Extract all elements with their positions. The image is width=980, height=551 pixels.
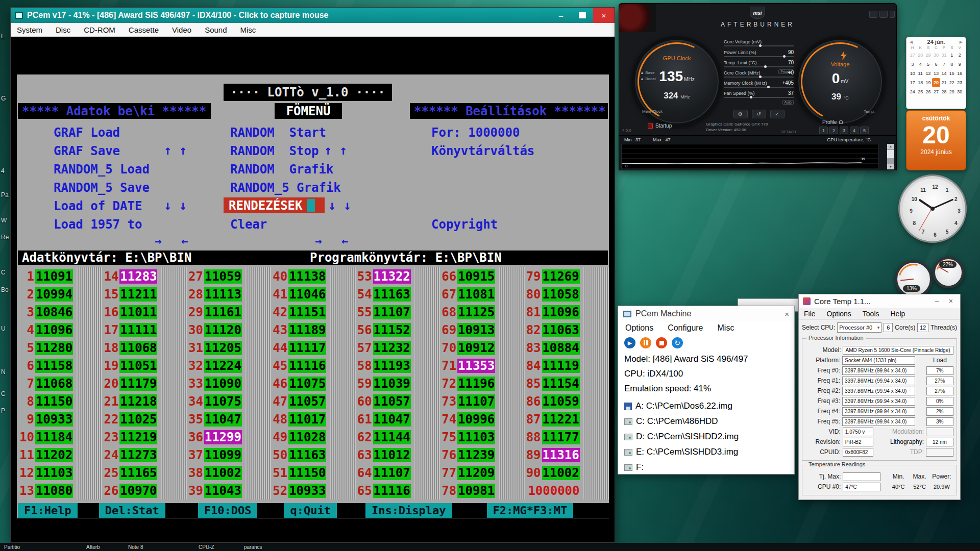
- calendar-day-cell[interactable]: 17: [909, 78, 916, 87]
- lotto-menu-item[interactable]: RANDOM_5 Load: [54, 160, 150, 179]
- calendar-day-cell[interactable]: 11: [916, 69, 924, 78]
- ab-slider[interactable]: [724, 87, 794, 88]
- calendar-day-cell[interactable]: 12: [924, 69, 932, 78]
- lotto-selected-item[interactable]: RENDEZÉSEK: [224, 197, 325, 213]
- desktop-icon-label[interactable]: U: [1, 325, 11, 332]
- close-icon[interactable]: ×: [785, 310, 789, 318]
- minimize-icon[interactable]: –: [932, 297, 942, 305]
- desktop-icon-label[interactable]: Re: [1, 234, 11, 241]
- ab-slider[interactable]: [724, 77, 794, 78]
- calendar-day-cell[interactable]: 30: [932, 51, 940, 60]
- ab-close-icon[interactable]: [890, 11, 895, 18]
- calendar-day-cell[interactable]: 14: [940, 69, 948, 78]
- desktop-icon-label[interactable]: C: [1, 390, 11, 397]
- lotto-menu-item[interactable]: For: 1000000: [431, 123, 534, 142]
- lock-icon[interactable]: [839, 120, 843, 124]
- calendar-next-icon[interactable]: ▶: [960, 40, 963, 44]
- calendar-day-cell[interactable]: 27: [932, 87, 940, 96]
- profile-slot-3[interactable]: 3: [840, 127, 848, 134]
- calendar-day-cell[interactable]: 5: [924, 60, 932, 69]
- lotto-menu-item[interactable]: GRAF Load: [54, 123, 150, 142]
- ab-slider[interactable]: [724, 97, 794, 98]
- calendar-day-cell[interactable]: 20: [932, 78, 940, 87]
- calendar-day-cell[interactable]: 29: [924, 51, 932, 60]
- desktop-icon-label[interactable]: C: [1, 269, 11, 276]
- scroll-thumb[interactable]: [887, 150, 894, 158]
- calendar-day-cell[interactable]: 21: [940, 78, 948, 87]
- calendar-day-cell[interactable]: 2: [956, 51, 964, 60]
- calendar-day-cell[interactable]: 13: [932, 69, 940, 78]
- close-icon[interactable]: ×: [593, 8, 615, 23]
- desktop-icon-label[interactable]: W: [1, 217, 11, 224]
- calendar-day-cell[interactable]: 16: [956, 69, 964, 78]
- drive-item[interactable]: E: C:\PCem\SISHDD3.img: [618, 444, 794, 460]
- taskbar-item[interactable]: Afterb: [86, 544, 100, 550]
- calendar-day-cell[interactable]: 29: [948, 87, 955, 96]
- coretemp-menu-tools[interactable]: Tools: [863, 310, 879, 318]
- desktop-icon-label[interactable]: G: [1, 95, 11, 102]
- pcem-titlebar[interactable]: PCem v17 - 41% - [486] Award SiS 496/497…: [11, 8, 615, 23]
- dos-fkey[interactable]: q:Quit: [284, 503, 336, 518]
- ab-slider[interactable]: [724, 66, 794, 67]
- calendar-day-cell[interactable]: 8: [948, 60, 955, 69]
- calendar-day-cell[interactable]: 15: [948, 69, 955, 78]
- calendar-day-cell[interactable]: 31: [940, 51, 948, 60]
- apply-icon[interactable]: ✓: [770, 110, 785, 118]
- desktop-icon-label[interactable]: P: [1, 407, 11, 414]
- settings-gear-icon[interactable]: ⚙: [733, 110, 748, 118]
- reset-icon[interactable]: ↻: [672, 337, 683, 348]
- desktop-icon-label[interactable]: Bo: [1, 286, 11, 293]
- profile-slot-1[interactable]: 1: [819, 127, 828, 134]
- taskbar-item[interactable]: parancs: [244, 544, 262, 550]
- dos-fkey[interactable]: F2:MG*F3:MT: [487, 503, 574, 518]
- coretemp-menu-file[interactable]: File: [804, 310, 816, 318]
- detach-label[interactable]: DETACH: [781, 130, 796, 134]
- desktop-icon-label[interactable]: 4: [1, 167, 11, 174]
- pcem-menu-video[interactable]: Video: [172, 26, 191, 34]
- lotto-menu-item[interactable]: Clear: [230, 215, 341, 234]
- taskbar-item[interactable]: Partitio: [4, 544, 20, 550]
- calendar-day-cell[interactable]: 9: [956, 60, 964, 69]
- pcem-machine-menu-configure[interactable]: Configure: [668, 323, 703, 333]
- calendar-day-cell[interactable]: 23: [956, 78, 964, 87]
- dos-fkey[interactable]: Del:Stat: [99, 503, 165, 518]
- calendar-day-cell[interactable]: 1: [948, 51, 955, 60]
- taskbar-item[interactable]: Note 8: [128, 544, 143, 550]
- lotto-menu-item[interactable]: RANDOM_5 Save: [54, 179, 150, 197]
- pcem-menu-sound[interactable]: Sound: [205, 26, 227, 34]
- calendar-day-cell[interactable]: 4: [916, 60, 924, 69]
- lotto-menu-item[interactable]: RANDOM Grafik: [230, 160, 341, 179]
- coretemp-titlebar[interactable]: Core Temp 1.1... – ×: [799, 294, 960, 308]
- pcem-menu-misc[interactable]: Misc: [240, 26, 256, 34]
- calendar-day-cell[interactable]: 6: [932, 60, 940, 69]
- coretemp-menu-options[interactable]: Options: [827, 310, 851, 318]
- calendar-day-cell[interactable]: 28: [940, 87, 948, 96]
- minimize-icon[interactable]: –: [550, 8, 572, 23]
- desktop-icon-label[interactable]: L: [1, 33, 11, 40]
- ab-slider[interactable]: [724, 45, 794, 46]
- pcem-machine-menu-misc[interactable]: Misc: [718, 323, 734, 333]
- drive-item[interactable]: A: C:\PCem\Dos6.22.img: [618, 398, 794, 414]
- pause-icon[interactable]: [640, 337, 651, 348]
- pcem-machine-titlebar[interactable]: PCem Machine ×: [618, 306, 794, 321]
- lotto-menu-item[interactable]: Copyright: [431, 215, 534, 234]
- dos-fkey[interactable]: Ins:Display: [365, 503, 452, 518]
- desktop-icon-label[interactable]: N: [1, 368, 11, 375]
- profile-slot-5[interactable]: 5: [860, 127, 869, 134]
- maximize-icon[interactable]: [572, 8, 593, 23]
- desktop-icon-label[interactable]: Pa: [1, 191, 11, 198]
- lotto-menu-item[interactable]: Load 1957 to: [54, 215, 150, 234]
- calendar-day-cell[interactable]: 19: [924, 78, 932, 87]
- profile-slot-4[interactable]: 4: [850, 127, 859, 134]
- ab-tag-auto[interactable]: Auto: [782, 100, 794, 105]
- coretemp-menu-help[interactable]: Help: [891, 310, 905, 318]
- calendar-day-cell[interactable]: 3: [909, 60, 916, 69]
- calendar-day-cell[interactable]: 18: [916, 78, 924, 87]
- pcem-menu-cassette[interactable]: Cassette: [129, 26, 159, 34]
- ab-settings-icon[interactable]: [869, 11, 877, 18]
- dos-fkey[interactable]: F1:Help: [18, 503, 78, 518]
- taskbar-item[interactable]: CPU-Z: [199, 544, 214, 550]
- calendar-day-cell[interactable]: 30: [956, 87, 964, 96]
- lotto-menu-item[interactable]: RANDOM Start: [230, 123, 341, 142]
- lotto-menu-item[interactable]: GRAF Save: [54, 142, 150, 160]
